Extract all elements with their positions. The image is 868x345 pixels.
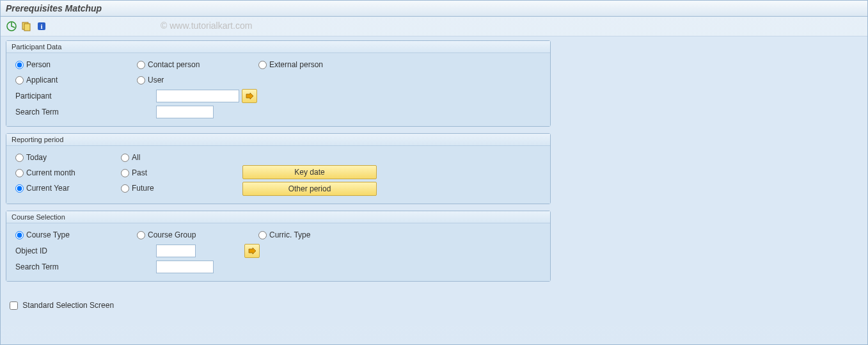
title-bar: Prerequisites Matchup [1, 1, 867, 17]
radio-current-month[interactable]: Current month [15, 168, 75, 177]
variant-icon[interactable] [20, 20, 32, 32]
radio-person[interactable]: Person [15, 60, 51, 69]
radio-future[interactable]: Future [121, 184, 154, 193]
radio-applicant[interactable]: Applicant [15, 76, 58, 84]
search-term-input[interactable] [156, 106, 214, 118]
participant-label: Participant [15, 92, 156, 100]
standard-selection-checkbox[interactable]: Standard Selection Screen [10, 301, 114, 310]
execute-icon[interactable] [6, 20, 17, 32]
content-area: Participant Data Person Contact person E… [1, 36, 867, 326]
toolbar: i © www.tutorialkart.com [1, 17, 867, 36]
svg-rect-2 [24, 24, 30, 31]
course-selection-title: Course Selection [6, 211, 550, 223]
radio-course-type[interactable]: Course Type [15, 230, 70, 239]
reporting-period-title: Reporting period [6, 134, 550, 146]
radio-user[interactable]: User [137, 76, 164, 84]
radio-curric-type[interactable]: Curric. Type [258, 230, 310, 239]
key-date-button[interactable]: Key date [242, 165, 377, 179]
radio-today[interactable]: Today [15, 153, 47, 162]
radio-current-year[interactable]: Current Year [15, 184, 69, 193]
radio-external-person[interactable]: External person [258, 60, 323, 69]
course-search-term-input[interactable] [156, 261, 214, 273]
multiple-selection-button[interactable] [242, 89, 257, 103]
participant-data-group: Participant Data Person Contact person E… [6, 40, 551, 127]
watermark: © www.tutorialkart.com [161, 20, 252, 31]
svg-text:i: i [40, 22, 42, 30]
radio-past[interactable]: Past [121, 168, 147, 177]
participant-input[interactable] [156, 90, 239, 102]
object-id-label: Object ID [15, 246, 156, 255]
app-window: Prerequisites Matchup i © www.tutorialka… [0, 0, 868, 345]
participant-data-title: Participant Data [6, 41, 550, 53]
course-search-term-label: Search Term [15, 262, 156, 271]
course-selection-group: Course Selection Course Type Course Grou… [6, 211, 551, 282]
search-term-label: Search Term [15, 108, 156, 116]
radio-contact-person[interactable]: Contact person [137, 60, 200, 69]
info-icon[interactable]: i [36, 20, 47, 32]
other-period-button[interactable]: Other period [242, 182, 377, 196]
radio-all[interactable]: All [121, 153, 140, 162]
multiple-selection-button-2[interactable] [244, 244, 260, 258]
reporting-period-group: Reporting period Today All [6, 133, 551, 204]
radio-course-group[interactable]: Course Group [137, 230, 196, 239]
object-id-input[interactable] [156, 245, 196, 257]
